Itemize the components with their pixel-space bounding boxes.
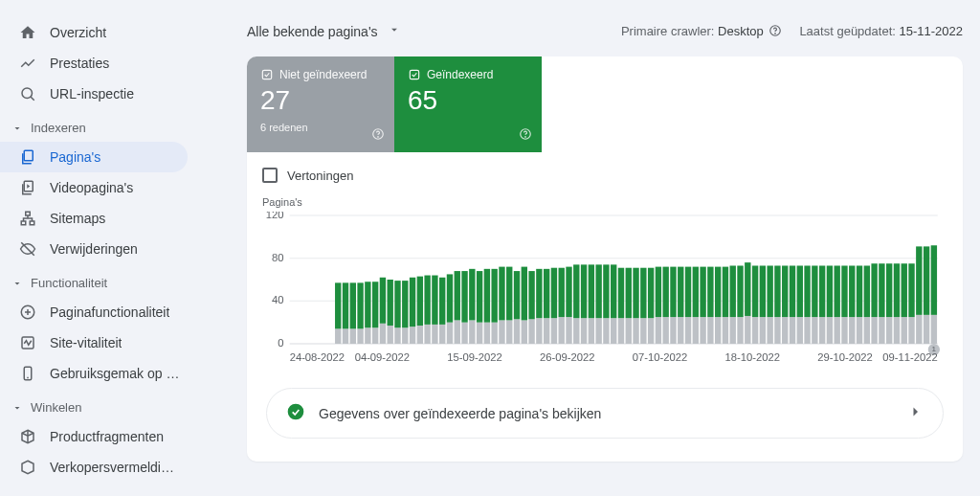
nav-label: Videopagina's	[50, 180, 133, 195]
svg-rect-94	[581, 318, 587, 344]
sidebar-item-page-functionality[interactable]: Paginafunctionaliteit	[0, 297, 188, 327]
svg-rect-148	[782, 317, 788, 344]
svg-rect-65	[469, 269, 475, 321]
svg-point-19	[525, 137, 526, 138]
pages-bar-chart[interactable]: 04080120124-08-202204-09-202215-09-20222…	[262, 212, 947, 365]
nav-label: Gebruiksgemak op mob...	[50, 366, 180, 381]
sidebar-item-mobile-usability[interactable]: Gebruiksgemak op mob...	[0, 358, 188, 389]
help-icon[interactable]	[371, 127, 385, 145]
svg-rect-6	[30, 221, 34, 225]
svg-rect-167	[849, 265, 855, 317]
sidebar-section-functionality[interactable]: Functionaliteit	[0, 264, 188, 297]
svg-rect-84	[544, 318, 549, 344]
sitemap-icon	[19, 210, 36, 227]
sidebar-item-url-inspect[interactable]: URL-inspectie	[0, 79, 188, 109]
svg-rect-131	[715, 267, 721, 317]
svg-line-1	[31, 97, 34, 101]
svg-point-200	[288, 404, 304, 420]
svg-point-0	[22, 88, 33, 99]
vitals-icon	[19, 334, 36, 351]
help-icon[interactable]	[768, 24, 782, 37]
sidebar-item-seller-listings[interactable]: Verkopersvermeldingen	[0, 452, 188, 483]
sidebar-item-overview[interactable]: Overzicht	[0, 17, 188, 48]
svg-rect-82	[536, 318, 542, 344]
view-indexed-data-link[interactable]: Gegevens over geïndexeerde pagina's beki…	[266, 388, 944, 439]
detail-label: Gegevens over geïndexeerde pagina's beki…	[319, 406, 601, 421]
svg-rect-184	[916, 315, 922, 344]
svg-rect-95	[581, 264, 587, 318]
sidebar-item-sitemaps[interactable]: Sitemaps	[0, 203, 188, 234]
svg-rect-92	[573, 318, 579, 344]
svg-rect-112	[648, 318, 654, 344]
tile-indexed[interactable]: Geïndexeerd 65	[394, 56, 542, 152]
dropdown-icon	[388, 23, 401, 39]
svg-rect-63	[461, 271, 467, 323]
svg-rect-163	[835, 265, 840, 317]
svg-rect-178	[894, 317, 900, 344]
svg-text:09-11-2022: 09-11-2022	[882, 351, 937, 363]
svg-rect-101	[603, 264, 609, 318]
nav-label: Overzicht	[50, 25, 106, 40]
svg-rect-186	[924, 315, 929, 344]
svg-rect-85	[544, 269, 549, 318]
checkbox-icon	[262, 168, 278, 183]
svg-rect-179	[894, 263, 900, 317]
pages-filter-dropdown[interactable]: Alle bekende pagina's	[247, 23, 401, 39]
svg-rect-78	[522, 320, 527, 344]
svg-text:15-09-2022: 15-09-2022	[447, 351, 501, 363]
svg-rect-58	[447, 323, 453, 344]
sidebar-item-vitals[interactable]: Site-vitaliteit	[0, 327, 188, 358]
nav-label: Verkopersvermeldingen	[50, 460, 180, 475]
trending-icon	[19, 55, 36, 72]
svg-rect-157	[812, 265, 817, 317]
sidebar-section-indexing[interactable]: Indexeren	[0, 109, 188, 142]
svg-rect-83	[536, 269, 542, 318]
svg-rect-139	[745, 262, 750, 316]
impressions-toggle[interactable]: Vertoningen	[247, 152, 963, 191]
svg-rect-174	[879, 317, 884, 344]
sidebar-item-pages[interactable]: Pagina's	[0, 142, 188, 172]
sidebar-item-removals[interactable]: Verwijderingen	[0, 234, 188, 264]
svg-rect-50	[417, 326, 423, 344]
svg-rect-145	[767, 265, 772, 317]
svg-point-13	[775, 34, 776, 34]
help-icon[interactable]	[519, 127, 532, 145]
svg-rect-172	[871, 317, 877, 344]
tile-not-indexed[interactable]: Niet geïndexeerd 27 6 redenen	[247, 56, 394, 152]
sidebar-item-performance[interactable]: Prestaties	[0, 48, 188, 79]
nav-label: Site-vitaliteit	[50, 335, 122, 350]
svg-rect-81	[528, 271, 534, 319]
topbar: Alle bekende pagina's Primaire crawler: …	[247, 23, 963, 39]
svg-rect-177	[886, 263, 892, 317]
chevron-down-icon	[11, 278, 23, 289]
svg-rect-175	[879, 263, 884, 317]
svg-rect-55	[432, 276, 437, 325]
svg-rect-152	[797, 317, 803, 344]
svg-rect-31	[343, 282, 348, 328]
svg-rect-77	[514, 271, 520, 319]
svg-rect-29	[335, 282, 341, 328]
svg-rect-140	[752, 317, 758, 344]
svg-rect-80	[528, 319, 534, 344]
svg-rect-132	[723, 317, 728, 344]
svg-rect-165	[841, 265, 847, 317]
svg-rect-113	[648, 268, 654, 318]
eye-off-icon	[19, 240, 36, 258]
section-label: Winkelen	[31, 400, 81, 415]
svg-rect-99	[595, 264, 601, 318]
svg-rect-123	[685, 267, 691, 317]
svg-point-16	[378, 137, 379, 138]
svg-rect-107	[626, 268, 632, 318]
svg-rect-150	[790, 317, 795, 344]
search-icon	[19, 85, 36, 102]
svg-rect-28	[335, 328, 341, 344]
svg-rect-44	[394, 327, 400, 344]
svg-text:07-10-2022: 07-10-2022	[633, 351, 687, 363]
sidebar-section-shops[interactable]: Winkelen	[0, 389, 188, 421]
svg-rect-135	[730, 265, 736, 317]
svg-text:04-09-2022: 04-09-2022	[355, 351, 410, 363]
svg-rect-39	[372, 282, 378, 327]
sidebar-item-video-pages[interactable]: Videopagina's	[0, 172, 188, 203]
sidebar-item-product-snippets[interactable]: Productfragmenten	[0, 421, 188, 452]
svg-rect-30	[343, 328, 348, 344]
